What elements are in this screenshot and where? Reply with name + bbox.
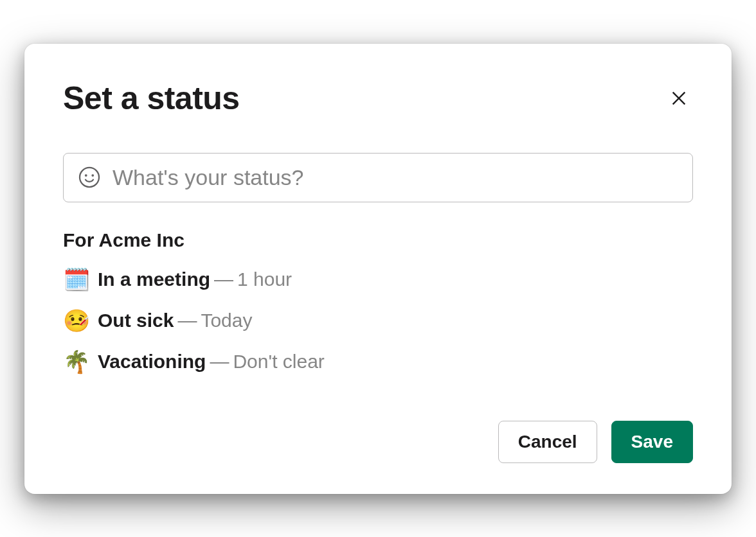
svg-point-4 <box>93 175 94 176</box>
modal-footer: Cancel Save <box>63 421 693 463</box>
emoji-picker-button[interactable] <box>78 166 101 189</box>
preset-duration: Today <box>201 310 252 331</box>
preset-text: Vacationing <box>98 351 206 373</box>
close-icon <box>670 89 688 107</box>
preset-item-sick[interactable]: 🤒 Out sick — Today <box>63 306 693 335</box>
calendar-icon: 🗓️ <box>63 267 98 292</box>
presets-label: For Acme Inc <box>63 229 693 251</box>
cancel-button[interactable]: Cancel <box>498 421 597 463</box>
preset-item-meeting[interactable]: 🗓️ In a meeting — 1 hour <box>63 265 693 294</box>
preset-separator: — <box>214 268 233 290</box>
svg-point-2 <box>80 168 99 187</box>
modal-header: Set a status <box>63 80 693 117</box>
set-status-modal: Set a status For Acme Inc 🗓️ In a meetin… <box>24 44 732 494</box>
smiley-icon <box>78 166 101 189</box>
modal-title: Set a status <box>63 80 240 117</box>
svg-point-3 <box>86 175 87 176</box>
preset-duration: 1 hour <box>237 268 292 290</box>
preset-text: In a meeting <box>98 268 210 290</box>
status-input[interactable] <box>113 165 678 190</box>
preset-separator: — <box>210 351 229 373</box>
preset-item-vacation[interactable]: 🌴 Vacationing — Don't clear <box>63 348 693 376</box>
close-button[interactable] <box>665 84 693 112</box>
status-input-container <box>63 153 693 202</box>
palm-tree-icon: 🌴 <box>63 349 98 374</box>
sick-face-icon: 🤒 <box>63 308 98 333</box>
preset-separator: — <box>177 310 197 331</box>
preset-list: 🗓️ In a meeting — 1 hour 🤒 Out sick — To… <box>63 265 693 376</box>
preset-duration: Don't clear <box>233 351 324 373</box>
preset-text: Out sick <box>98 310 174 331</box>
save-button[interactable]: Save <box>611 421 693 463</box>
